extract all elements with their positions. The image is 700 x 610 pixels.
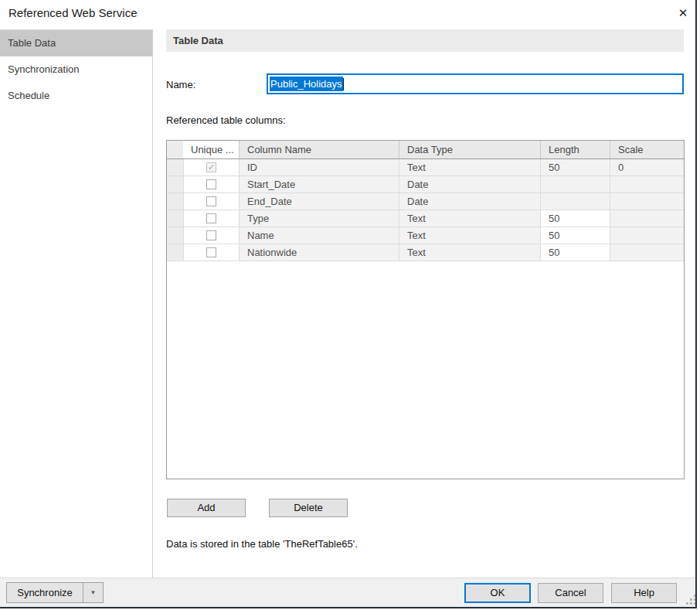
name-input[interactable]: Public_Holidays	[267, 73, 684, 94]
synchronize-split-button[interactable]: Synchronize ▼	[6, 582, 104, 603]
referenced-table-columns-label: Referenced table columns:	[166, 114, 286, 126]
length-cell[interactable]	[540, 176, 610, 193]
column-header-unique[interactable]: Unique ...	[183, 141, 239, 158]
data-type-cell[interactable]: Date	[399, 193, 540, 210]
column-name-cell[interactable]: ID	[239, 159, 399, 176]
scale-cell[interactable]: 0	[610, 159, 684, 176]
data-type-cell[interactable]: Date	[399, 176, 540, 193]
unique-checkbox-cell[interactable]	[183, 193, 239, 210]
column-header-scale[interactable]: Scale	[610, 141, 684, 158]
row-header-cell[interactable]	[167, 176, 183, 193]
length-cell[interactable]: 50	[540, 210, 610, 227]
row-header-cell[interactable]	[167, 159, 183, 176]
column-name-cell[interactable]: Type	[239, 210, 399, 227]
column-name-cell[interactable]: Start_Date	[239, 176, 399, 193]
data-type-cell[interactable]: Text	[399, 210, 540, 227]
table-row[interactable]: Nationwide Text 50	[167, 244, 684, 261]
data-type-cell[interactable]: Text	[399, 227, 540, 244]
checkbox-checked-icon[interactable]: ✓	[206, 162, 216, 172]
length-cell[interactable]: 50	[540, 227, 610, 244]
dialog-bottom-border	[0, 607, 697, 608]
name-label: Name:	[166, 79, 195, 90]
name-input-selected-text: Public_Holidays	[270, 77, 343, 91]
row-header-column	[167, 141, 183, 158]
footer-bar: Synchronize ▼ OK Cancel Help	[0, 578, 695, 607]
column-header-length[interactable]: Length	[540, 141, 610, 158]
columns-table[interactable]: Unique ... Column Name Data Type Length …	[166, 140, 685, 479]
section-title: Table Data	[166, 29, 684, 52]
unique-checkbox-cell[interactable]	[183, 244, 239, 261]
column-header-data-type[interactable]: Data Type	[399, 141, 540, 158]
add-button[interactable]: Add	[167, 499, 246, 517]
scale-cell[interactable]	[610, 193, 684, 210]
row-header-cell[interactable]	[167, 244, 183, 261]
checkbox-unchecked-icon[interactable]	[206, 179, 216, 189]
scale-cell[interactable]	[610, 227, 684, 244]
checkbox-unchecked-icon[interactable]	[206, 230, 216, 240]
synchronize-button[interactable]: Synchronize	[7, 583, 83, 602]
table-row[interactable]: Name Text 50	[167, 227, 684, 244]
table-row[interactable]: Start_Date Date	[167, 176, 684, 193]
dialog-title: Referenced Web Service	[8, 6, 137, 19]
table-row[interactable]: ✓ ID Text 50 0	[167, 159, 684, 176]
unique-checkbox-cell[interactable]	[183, 176, 239, 193]
ok-button[interactable]: OK	[464, 583, 531, 603]
text-caret	[343, 78, 344, 90]
sidebar-item-table-data[interactable]: Table Data	[0, 30, 152, 56]
length-cell[interactable]: 50	[540, 159, 610, 176]
storage-note: Data is stored in the table 'TheRefTable…	[166, 538, 358, 550]
help-button[interactable]: Help	[611, 583, 677, 603]
sidebar: Table Data Synchronization Schedule	[0, 29, 153, 578]
cancel-button[interactable]: Cancel	[538, 583, 603, 603]
column-name-cell[interactable]: Name	[239, 227, 399, 244]
scale-cell[interactable]	[610, 244, 684, 261]
unique-checkbox-cell[interactable]	[183, 227, 239, 244]
checkbox-unchecked-icon[interactable]	[206, 196, 216, 206]
table-header-row: Unique ... Column Name Data Type Length …	[167, 141, 684, 159]
length-cell[interactable]	[540, 193, 610, 210]
data-type-cell[interactable]: Text	[399, 244, 540, 261]
checkbox-unchecked-icon[interactable]	[206, 247, 216, 257]
row-header-cell[interactable]	[167, 227, 183, 244]
scale-cell[interactable]	[610, 176, 684, 193]
referenced-web-service-dialog: Referenced Web Service ✕ Table Data Sync…	[0, 0, 700, 610]
table-row[interactable]: Type Text 50	[167, 210, 684, 227]
unique-checkbox-cell[interactable]	[183, 210, 239, 227]
dialog-right-border	[695, 0, 697, 608]
dropdown-arrow-icon[interactable]: ▼	[83, 583, 103, 602]
scale-cell[interactable]	[610, 210, 684, 227]
unique-checkbox-cell[interactable]: ✓	[183, 159, 239, 176]
column-header-column-name[interactable]: Column Name	[239, 141, 399, 158]
length-cell[interactable]: 50	[540, 244, 610, 261]
sidebar-item-schedule[interactable]: Schedule	[0, 83, 152, 109]
column-name-cell[interactable]: Nationwide	[239, 244, 399, 261]
data-type-cell[interactable]: Text	[399, 159, 540, 176]
checkbox-unchecked-icon[interactable]	[206, 213, 216, 223]
row-header-cell[interactable]	[167, 193, 183, 210]
table-row[interactable]: End_Date Date	[167, 193, 684, 210]
column-name-cell[interactable]: End_Date	[239, 193, 399, 210]
delete-button[interactable]: Delete	[269, 499, 348, 517]
sidebar-item-synchronization[interactable]: Synchronization	[0, 56, 152, 83]
row-header-cell[interactable]	[167, 210, 183, 227]
close-icon[interactable]: ✕	[671, 2, 695, 25]
